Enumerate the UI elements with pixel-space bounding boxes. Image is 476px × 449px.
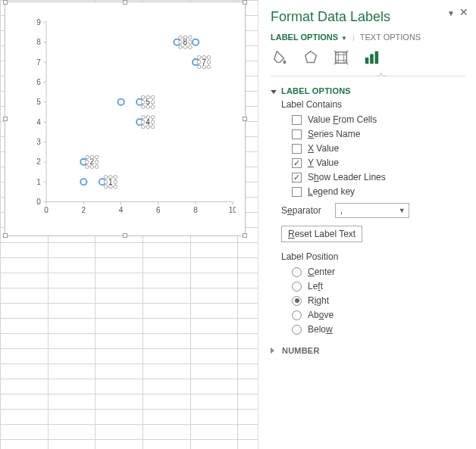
svg-point-74 [141, 95, 145, 99]
checkbox-legend-key[interactable] [292, 187, 302, 197]
svg-point-85 [146, 115, 150, 119]
option-label: Above [308, 310, 334, 320]
svg-point-98 [189, 40, 193, 44]
tab-label-options[interactable]: LABEL OPTIONS▼ [271, 33, 347, 42]
scatter-chart[interactable]: 02468100123456789215487 [31, 10, 236, 229]
svg-text:1: 1 [36, 178, 41, 186]
radio-above[interactable] [292, 310, 302, 320]
svg-point-55 [90, 155, 94, 159]
svg-point-99 [179, 45, 183, 49]
section-label-options[interactable]: LABEL OPTIONS [271, 86, 465, 96]
svg-text:9: 9 [36, 18, 41, 27]
data-label[interactable]: 7 [197, 55, 210, 68]
option-label: X Value [308, 143, 339, 154]
svg-text:10: 10 [229, 206, 236, 214]
svg-text:6: 6 [36, 78, 41, 86]
svg-rect-115 [370, 54, 374, 64]
svg-point-108 [207, 61, 211, 64]
resize-handle[interactable] [243, 233, 247, 238]
option-label: Y Value [308, 157, 339, 168]
svg-text:6: 6 [156, 206, 161, 214]
svg-point-76 [151, 95, 155, 99]
resize-handle[interactable] [3, 233, 8, 238]
checkbox-series-name[interactable] [292, 129, 302, 139]
svg-text:4: 4 [36, 118, 41, 126]
svg-text:2: 2 [82, 206, 86, 214]
data-label[interactable]: 8 [179, 36, 192, 48]
svg-point-65 [109, 176, 113, 179]
svg-point-35 [80, 179, 86, 185]
radio-right[interactable] [292, 296, 302, 306]
svg-point-69 [104, 185, 108, 189]
section-number[interactable]: NUMBER [271, 345, 465, 356]
label-position-heading: Label Position [281, 251, 465, 262]
effects-icon[interactable] [302, 49, 319, 68]
option-label: Value From Cells [308, 114, 377, 125]
size-icon[interactable] [333, 49, 349, 68]
checkbox-y-value[interactable] [292, 158, 302, 168]
data-label[interactable]: 5 [141, 95, 154, 108]
svg-point-77 [141, 101, 145, 104]
svg-text:8: 8 [193, 206, 198, 214]
resize-handle[interactable] [243, 0, 247, 5]
checkbox-x-value[interactable] [292, 144, 302, 154]
radio-left[interactable] [292, 282, 302, 292]
radio-below[interactable] [292, 325, 302, 335]
label-contains-heading: Label Contains [281, 99, 465, 110]
svg-point-101 [189, 45, 193, 49]
svg-point-68 [114, 180, 117, 184]
pane-title: Format Data Labels [271, 9, 465, 25]
svg-point-80 [146, 105, 150, 109]
svg-rect-116 [375, 51, 379, 64]
pane-options-dropdown-icon[interactable]: ▼ [447, 9, 455, 17]
option-label: Series Name [308, 129, 360, 139]
data-label[interactable]: 4 [141, 115, 154, 128]
chart-object[interactable]: 02468100123456789215487 [5, 2, 246, 236]
svg-text:2: 2 [36, 157, 41, 166]
svg-point-109 [197, 65, 201, 69]
data-label[interactable]: 1 [104, 176, 117, 189]
svg-point-75 [146, 95, 150, 99]
svg-point-106 [207, 55, 211, 59]
series-options-icon[interactable] [363, 49, 380, 68]
resize-handle[interactable] [243, 117, 247, 121]
resize-handle[interactable] [123, 233, 127, 238]
svg-text:4: 4 [119, 206, 124, 214]
resize-handle[interactable] [3, 117, 8, 121]
checkbox-show-leader-lines[interactable] [292, 173, 302, 182]
resize-handle[interactable] [3, 0, 8, 5]
svg-point-90 [146, 125, 150, 129]
option-label: Center [308, 267, 335, 277]
svg-point-61 [95, 165, 99, 169]
svg-point-54 [86, 155, 89, 159]
reset-label-text-button[interactable]: Reset Label Text [281, 226, 362, 242]
svg-point-88 [151, 120, 155, 124]
svg-point-58 [95, 161, 99, 164]
option-label: Left [308, 281, 323, 292]
data-label[interactable]: 2 [86, 155, 99, 168]
svg-point-86 [151, 115, 155, 119]
checkbox-value-from-cells[interactable] [292, 115, 302, 125]
svg-point-94 [179, 36, 183, 39]
resize-handle[interactable] [123, 0, 127, 5]
option-label: Show Leader Lines [308, 172, 386, 182]
svg-point-97 [179, 40, 183, 44]
svg-point-79 [141, 105, 145, 109]
tab-text-options[interactable]: TEXT OPTIONS [360, 33, 421, 42]
svg-point-89 [141, 125, 145, 129]
svg-text:5: 5 [36, 98, 41, 106]
svg-point-60 [90, 165, 94, 169]
svg-point-59 [86, 165, 89, 169]
svg-point-87 [141, 120, 145, 124]
svg-rect-113 [336, 52, 347, 64]
svg-text:7: 7 [36, 58, 41, 67]
svg-point-70 [109, 185, 113, 189]
radio-center[interactable] [292, 267, 302, 277]
svg-point-95 [183, 36, 187, 39]
separator-dropdown[interactable]: ,▼ [335, 203, 409, 218]
close-icon[interactable]: ✕ [459, 6, 468, 18]
svg-point-78 [151, 101, 155, 104]
svg-point-71 [114, 185, 117, 189]
fill-icon[interactable] [272, 49, 289, 68]
svg-rect-114 [365, 58, 369, 64]
